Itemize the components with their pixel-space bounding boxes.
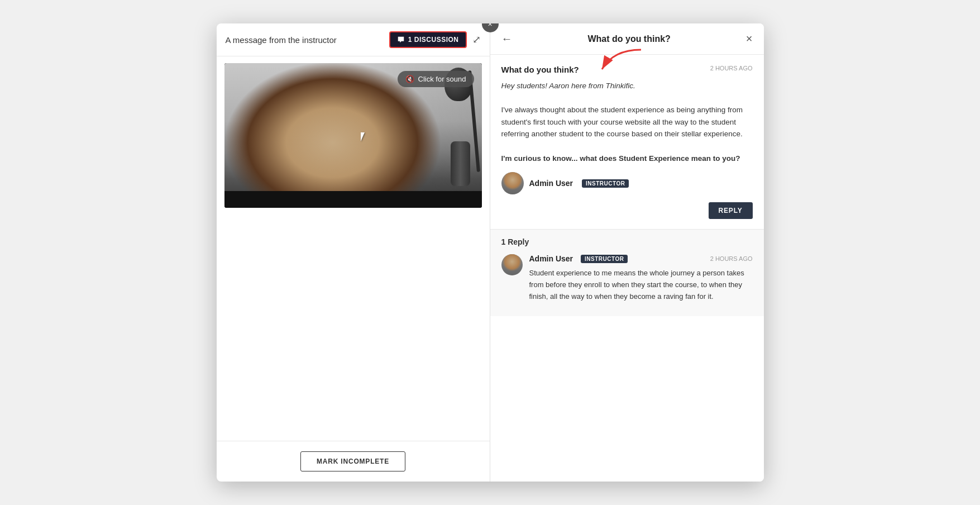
post-author-name: Admin User (529, 179, 573, 188)
microphone-body (451, 141, 470, 186)
right-panel-title: What do you think? (587, 34, 670, 44)
sound-button[interactable]: 🔇 Click for sound (398, 71, 474, 87)
back-button[interactable]: ← (501, 32, 513, 45)
reply-item: Admin User INSTRUCTOR 2 HOURS AGO Studen… (501, 254, 753, 302)
sound-btn-label: Click for sound (418, 75, 466, 83)
reply-author-name: Admin User (529, 254, 573, 263)
reply-author-badge: INSTRUCTOR (581, 255, 628, 263)
post-author-badge: INSTRUCTOR (582, 179, 629, 188)
reply-content: Admin User INSTRUCTOR 2 HOURS AGO Studen… (529, 254, 753, 302)
reply-timestamp: 2 HOURS AGO (710, 255, 753, 262)
mark-incomplete-label: MARK INCOMPLETE (317, 458, 389, 465)
right-panel: ← What do you think? × What do you think… (490, 23, 764, 482)
post-header: What do you think? 2 HOURS AGO (501, 65, 753, 74)
left-header: A message from the instructor 1 DISCUSSI… (217, 23, 490, 56)
sound-icon: 🔇 (405, 75, 414, 83)
reply-meta: Admin User INSTRUCTOR 2 HOURS AGO (529, 254, 753, 263)
modal-container: × A message from the instructor 1 DISCUS… (217, 23, 764, 482)
discussion-btn-label: 1 DISCUSSION (408, 36, 459, 44)
video-container: 🔇 Click for sound (224, 63, 482, 208)
close-circle-icon: × (487, 23, 492, 28)
post-author-avatar-figure (501, 172, 524, 194)
left-panel: A message from the instructor 1 DISCUSSI… (217, 23, 490, 482)
post-body-italic: Hey students! Aaron here from Thinkific. (501, 82, 635, 90)
post-topic-title: What do you think? (501, 65, 579, 74)
mark-incomplete-button[interactable]: MARK INCOMPLETE (300, 451, 405, 471)
reply-author-avatar-figure (501, 254, 523, 275)
replies-count: 1 Reply (501, 237, 753, 246)
left-panel-title: A message from the instructor (226, 35, 337, 45)
replies-section: 1 Reply Admin User INSTRUCTOR 2 HOURS AG… (490, 230, 764, 316)
reply-btn-label: REPLY (719, 207, 743, 215)
header-actions: 1 DISCUSSION ⤢ (389, 31, 481, 48)
left-footer: MARK INCOMPLETE (217, 441, 490, 482)
post-body: Hey students! Aaron here from Thinkific.… (501, 80, 753, 164)
reply-author-avatar (501, 254, 523, 275)
discussion-icon (397, 36, 405, 44)
right-panel-header: ← What do you think? × (490, 23, 764, 55)
discussion-post: What do you think? 2 HOURS AGO Hey stude… (490, 55, 764, 230)
post-author-avatar (501, 172, 524, 194)
reply-body: Student experience to me means the whole… (529, 268, 753, 302)
expand-icon: ⤢ (472, 34, 481, 46)
expand-button[interactable]: ⤢ (472, 34, 481, 46)
discussion-button[interactable]: 1 DISCUSSION (389, 31, 467, 48)
right-close-button[interactable]: × (746, 32, 753, 45)
reply-button[interactable]: REPLY (709, 202, 753, 219)
post-body-question: I'm curious to know... what does Student… (501, 154, 740, 163)
right-close-icon: × (746, 32, 753, 45)
post-body-main: I've always thought about the student ex… (501, 106, 743, 138)
post-author: Admin User INSTRUCTOR (501, 172, 753, 194)
right-content: What do you think? 2 HOURS AGO Hey stude… (490, 55, 764, 482)
post-timestamp: 2 HOURS AGO (710, 65, 753, 72)
back-icon: ← (501, 32, 513, 45)
video-bottom-bar (224, 191, 482, 208)
